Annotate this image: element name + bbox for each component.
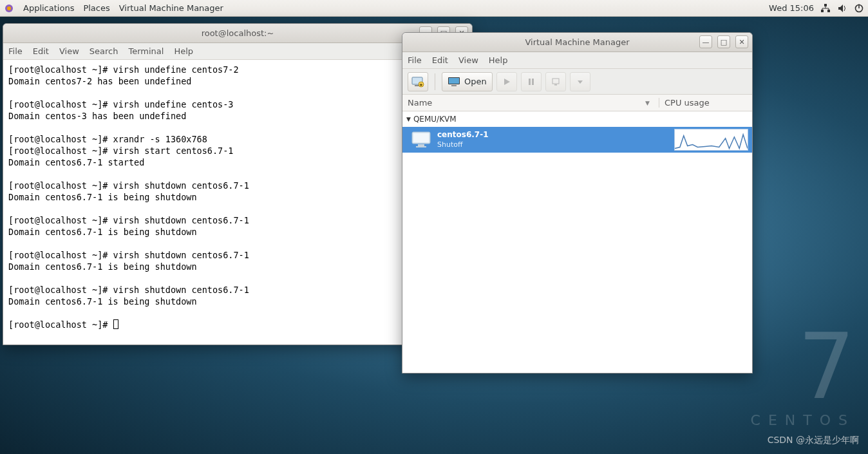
distro-logo-icon — [4, 3, 14, 14]
menu-view[interactable]: View — [458, 55, 478, 65]
menu-file[interactable]: File — [8, 46, 23, 56]
chevron-down-icon — [577, 79, 583, 85]
pause-button[interactable] — [521, 72, 542, 91]
svg-marker-15 — [504, 79, 510, 85]
svg-rect-17 — [532, 79, 534, 85]
menu-search[interactable]: Search — [90, 46, 118, 56]
monitor-icon — [448, 77, 460, 87]
svg-rect-14 — [451, 85, 457, 86]
close-button[interactable]: ✕ — [735, 35, 748, 48]
svg-marker-20 — [578, 80, 583, 84]
vm-list-header: Name ▼ CPU usage — [402, 95, 752, 111]
sort-indicator-icon: ▼ — [645, 100, 650, 106]
menu-view[interactable]: View — [59, 46, 79, 56]
svg-rect-22 — [413, 133, 429, 142]
centos-name: CENTOS — [751, 412, 855, 428]
vm-list[interactable]: ▼ QEMU/KVM centos6.7-1 Shutoff — [402, 111, 752, 373]
svg-rect-13 — [449, 78, 459, 84]
watermark: CSDN @永远是少年啊 — [768, 435, 859, 446]
volume-icon[interactable] — [837, 3, 847, 14]
svg-rect-4 — [827, 10, 830, 12]
connection-label: QEMU/KVM — [413, 115, 457, 124]
vm-state: Shutoff — [437, 140, 489, 149]
svg-point-1 — [7, 6, 11, 10]
centos-version: 7 — [751, 322, 855, 412]
shutdown-menu-button[interactable] — [570, 72, 590, 91]
column-name[interactable]: Name ▼ — [402, 98, 659, 108]
shutdown-icon — [551, 77, 560, 86]
terminal-output: [root@localhost ~]# virsh undefine cento… — [8, 64, 249, 330]
run-button[interactable] — [496, 72, 517, 91]
vmm-window: Virtual Machine Manager — □ ✕ File Edit … — [402, 32, 753, 374]
open-label: Open — [464, 77, 487, 86]
centos-branding: 7 CENTOS — [751, 322, 855, 428]
toolbar-separator — [435, 73, 435, 90]
vmm-menubar: File Edit View Help — [402, 52, 752, 69]
menu-help[interactable]: Help — [174, 46, 193, 56]
vmm-title: Virtual Machine Manager — [525, 37, 629, 47]
pause-icon — [527, 77, 536, 86]
monitor-new-icon: ★ — [411, 76, 424, 88]
active-app-menu[interactable]: Virtual Machine Manager — [119, 3, 223, 13]
menu-edit[interactable]: Edit — [432, 55, 448, 65]
vm-monitor-icon — [411, 131, 431, 148]
network-icon[interactable] — [820, 3, 831, 14]
top-panel: Applications Places Virtual Machine Mana… — [0, 0, 868, 17]
menu-terminal[interactable]: Terminal — [128, 46, 164, 56]
menu-help[interactable]: Help — [489, 55, 508, 65]
power-icon[interactable] — [854, 3, 864, 14]
svg-rect-24 — [416, 146, 426, 147]
vm-row[interactable]: centos6.7-1 Shutoff — [402, 127, 752, 153]
column-cpu[interactable]: CPU usage — [659, 98, 752, 108]
cursor-icon — [113, 319, 118, 329]
svg-rect-19 — [554, 84, 557, 86]
play-icon — [502, 77, 511, 86]
maximize-button[interactable]: □ — [717, 35, 730, 48]
expand-arrow-icon[interactable]: ▼ — [406, 116, 411, 122]
open-button[interactable]: Open — [442, 72, 493, 91]
svg-rect-2 — [824, 4, 827, 6]
cpu-sparkline — [674, 129, 748, 151]
svg-rect-16 — [529, 79, 531, 85]
applications-menu[interactable]: Applications — [23, 3, 74, 13]
svg-rect-23 — [418, 144, 424, 146]
svg-rect-18 — [552, 79, 559, 84]
svg-marker-5 — [838, 5, 843, 12]
svg-rect-3 — [821, 10, 824, 12]
vm-name: centos6.7-1 — [437, 130, 489, 140]
minimize-button[interactable]: — — [699, 35, 712, 48]
svg-text:★: ★ — [419, 82, 423, 88]
new-vm-button[interactable]: ★ — [408, 72, 428, 91]
menu-edit[interactable]: Edit — [33, 46, 49, 56]
clock[interactable]: Wed 15:06 — [769, 3, 814, 13]
vmm-titlebar[interactable]: Virtual Machine Manager — □ ✕ — [402, 33, 752, 52]
vmm-toolbar: ★ Open — [402, 69, 752, 95]
shutdown-button[interactable] — [545, 72, 566, 91]
menu-file[interactable]: File — [408, 55, 422, 65]
connection-row[interactable]: ▼ QEMU/KVM — [402, 111, 752, 127]
terminal-title: root@localhost:~ — [202, 28, 274, 38]
places-menu[interactable]: Places — [83, 3, 109, 13]
